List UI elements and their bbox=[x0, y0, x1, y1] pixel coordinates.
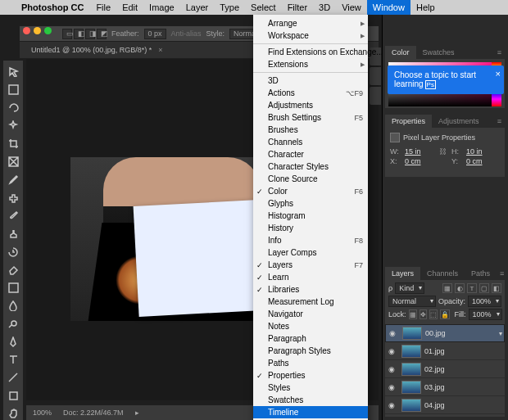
menu-layer[interactable]: Layer bbox=[180, 0, 215, 15]
layer-name[interactable]: 01.jpg bbox=[424, 347, 445, 355]
eraser-tool[interactable] bbox=[6, 262, 20, 277]
type-tool[interactable] bbox=[6, 352, 20, 367]
menuitem-clone-source[interactable]: Clone Source bbox=[253, 173, 368, 185]
lock-pixels-icon[interactable]: ▦ bbox=[409, 309, 417, 319]
close-tab-icon[interactable]: × bbox=[158, 46, 162, 54]
menu-window[interactable]: Window bbox=[367, 0, 410, 15]
layer-row[interactable]: ◉00.jpg bbox=[385, 324, 505, 342]
crop-tool[interactable] bbox=[6, 136, 20, 151]
layer-name[interactable]: 00.jpg bbox=[425, 329, 446, 337]
x-value[interactable]: 0 cm bbox=[405, 157, 434, 165]
layer-row[interactable]: ◉04.jpg bbox=[385, 396, 505, 414]
menuitem-properties[interactable]: Properties bbox=[253, 369, 368, 382]
tab-channels[interactable]: Channels bbox=[420, 267, 465, 280]
history-brush-tool[interactable] bbox=[6, 244, 20, 259]
layer-name[interactable]: 03.jpg bbox=[424, 383, 445, 391]
layer-row[interactable]: ◉03.jpg bbox=[385, 378, 505, 396]
layer-thumbnail[interactable] bbox=[401, 381, 421, 394]
layer-thumbnail[interactable] bbox=[401, 399, 421, 412]
link-wh-icon[interactable]: ⛓ bbox=[439, 147, 447, 156]
pen-tool[interactable] bbox=[6, 334, 20, 349]
layer-name[interactable]: 02.jpg bbox=[424, 365, 445, 373]
menuitem-brush-settings[interactable]: Brush SettingsF5 bbox=[253, 111, 368, 124]
filter-type-icon[interactable]: T bbox=[467, 283, 477, 293]
tab-swatches[interactable]: Swatches bbox=[416, 46, 461, 59]
menu-filter[interactable]: Filter bbox=[282, 0, 313, 15]
feather-input[interactable]: 0 px bbox=[144, 29, 166, 39]
menu-select[interactable]: Select bbox=[245, 0, 282, 15]
zoom-window-icon[interactable] bbox=[44, 27, 52, 34]
layer-row[interactable]: ◉01.jpg bbox=[385, 342, 505, 360]
menuitem-paths[interactable]: Paths bbox=[253, 357, 368, 369]
menuitem-history[interactable]: History bbox=[253, 222, 368, 234]
menu-help[interactable]: Help bbox=[410, 0, 441, 15]
menu-edit[interactable]: Edit bbox=[116, 0, 143, 15]
menuitem-paragraph[interactable]: Paragraph bbox=[253, 332, 368, 345]
menuitem-brushes[interactable]: Brushes bbox=[253, 124, 368, 136]
tab-layers[interactable]: Layers bbox=[385, 267, 420, 280]
menuitem-color[interactable]: ColorF6 bbox=[253, 185, 368, 197]
menuitem-measurement-log[interactable]: Measurement Log bbox=[253, 296, 368, 308]
menu-3d[interactable]: 3D bbox=[313, 0, 336, 15]
eyedropper-tool[interactable] bbox=[6, 172, 20, 187]
panel-menu-icon[interactable]: ≡ bbox=[497, 269, 507, 278]
menuitem-channels[interactable]: Channels bbox=[253, 136, 368, 148]
opacity-input[interactable]: 100% bbox=[468, 296, 501, 307]
panel-menu-icon[interactable]: ≡ bbox=[494, 117, 505, 125]
panel-menu-icon[interactable]: ≡ bbox=[494, 48, 505, 56]
gradient-tool[interactable] bbox=[6, 280, 20, 295]
tab-adjustments[interactable]: Adjustments bbox=[432, 115, 486, 128]
menuitem-histogram[interactable]: Histogram bbox=[253, 210, 368, 222]
visibility-icon[interactable]: ◉ bbox=[389, 329, 399, 337]
y-value[interactable]: 0 cm bbox=[466, 157, 496, 165]
menuitem-actions[interactable]: Actions⌥F9 bbox=[253, 87, 368, 99]
healing-tool[interactable] bbox=[6, 190, 20, 205]
close-window-icon[interactable] bbox=[23, 27, 30, 34]
menuitem-workspace[interactable]: Workspace bbox=[253, 29, 368, 42]
menuitem-libraries[interactable]: Libraries bbox=[253, 283, 368, 296]
visibility-icon[interactable]: ◉ bbox=[388, 383, 398, 391]
move-tool[interactable] bbox=[6, 64, 20, 79]
visibility-icon[interactable]: ◉ bbox=[388, 347, 398, 355]
path-tool[interactable] bbox=[6, 370, 20, 385]
close-tip-icon[interactable]: × bbox=[496, 69, 501, 79]
status-arrow-icon[interactable]: ▸ bbox=[135, 409, 139, 417]
height-value[interactable]: 10 in bbox=[466, 147, 496, 156]
layer-name[interactable]: 04.jpg bbox=[424, 401, 445, 409]
marquee-mode-icons[interactable]: ▭◧◨◩ bbox=[62, 29, 107, 39]
lock-all-icon[interactable]: 🔒 bbox=[440, 309, 450, 319]
menuitem-navigator[interactable]: Navigator bbox=[253, 308, 368, 320]
marquee-tool[interactable] bbox=[6, 82, 20, 97]
filter-adjust-icon[interactable]: ◐ bbox=[455, 283, 465, 293]
menuitem-character-styles[interactable]: Character Styles bbox=[253, 160, 368, 173]
filter-pixel-icon[interactable]: ▦ bbox=[442, 283, 452, 293]
menu-view[interactable]: View bbox=[336, 0, 367, 15]
menuitem-glyphs[interactable]: Glyphs bbox=[253, 197, 368, 210]
frame-tool[interactable] bbox=[6, 154, 20, 169]
tab-color[interactable]: Color bbox=[385, 46, 416, 59]
menuitem-timeline[interactable]: Timeline bbox=[253, 406, 368, 418]
layer-thumbnail[interactable] bbox=[401, 345, 421, 358]
minimize-window-icon[interactable] bbox=[34, 27, 41, 34]
menuitem-find-extensions-on-exchange-[interactable]: Find Extensions on Exchange... bbox=[253, 46, 368, 58]
menuitem-extensions[interactable]: Extensions bbox=[253, 58, 368, 70]
width-value[interactable]: 15 in bbox=[405, 147, 434, 156]
document-tab[interactable]: Untitled1 @ 100% (00.jpg, RGB/8*) * bbox=[31, 46, 152, 54]
layer-row[interactable]: ◉02.jpg bbox=[385, 360, 505, 378]
menuitem-info[interactable]: InfoF8 bbox=[253, 234, 368, 246]
layer-thumbnail[interactable] bbox=[401, 417, 421, 418]
brush-tool[interactable] bbox=[6, 208, 20, 223]
menuitem-arrange[interactable]: Arrange bbox=[253, 17, 368, 29]
menuitem-character[interactable]: Character bbox=[253, 148, 368, 160]
menuitem-styles[interactable]: Styles bbox=[253, 382, 368, 394]
wand-tool[interactable] bbox=[6, 118, 20, 133]
layer-row[interactable]: ◉05.jpg bbox=[385, 414, 505, 417]
blend-mode-select[interactable]: Normal bbox=[388, 296, 436, 307]
lock-position-icon[interactable]: ✥ bbox=[420, 309, 427, 319]
filter-kind-select[interactable]: Kind bbox=[395, 282, 424, 294]
lasso-tool[interactable] bbox=[6, 100, 20, 115]
tab-properties[interactable]: Properties bbox=[385, 115, 432, 128]
filter-smart-icon[interactable]: ◧ bbox=[492, 283, 501, 293]
tab-paths[interactable]: Paths bbox=[465, 267, 497, 280]
blur-tool[interactable] bbox=[6, 298, 20, 313]
